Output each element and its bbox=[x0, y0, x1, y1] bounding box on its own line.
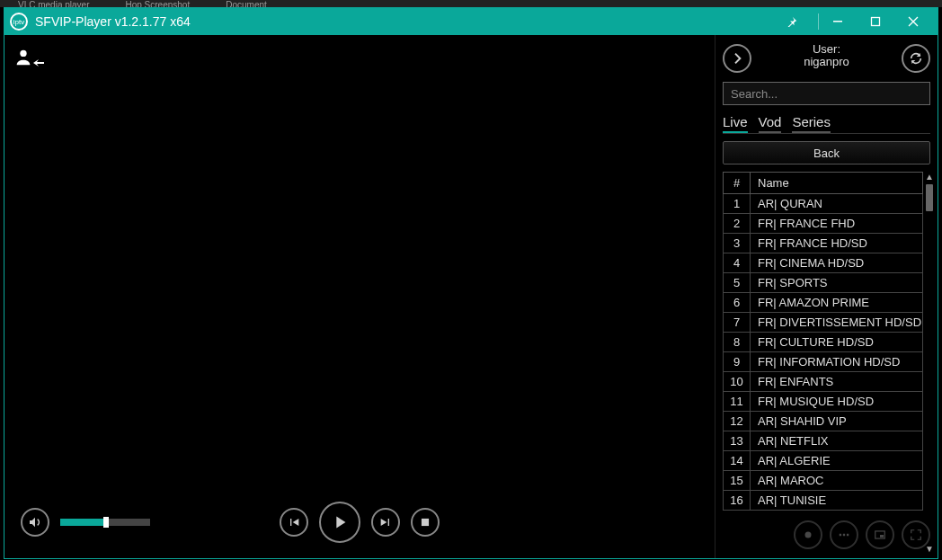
list-item[interactable]: 7FR| DIVERTISSEMENT HD/SD bbox=[723, 313, 923, 333]
skip-prev-icon bbox=[287, 515, 301, 529]
list-item[interactable]: 3FR| FRANCE HD/SD bbox=[723, 234, 923, 253]
app-window: iptv SFVIP-Player v1.2.1.77 x64 bbox=[4, 7, 938, 559]
row-name: FR| ENFANTS bbox=[751, 372, 922, 391]
tab-vod[interactable]: Vod bbox=[759, 114, 782, 133]
maximize-button[interactable] bbox=[857, 9, 894, 34]
row-name: FR| SPORTS bbox=[751, 273, 922, 292]
category-list: # Name 1AR| QURAN2FR| FRANCE FHD3FR| FRA… bbox=[723, 172, 923, 555]
row-number: 14 bbox=[724, 451, 751, 470]
stop-icon bbox=[419, 516, 431, 529]
fullscreen-icon bbox=[910, 529, 922, 541]
refresh-icon bbox=[909, 51, 923, 66]
row-name: FR| CULTURE HD/SD bbox=[751, 333, 922, 351]
row-number: 4 bbox=[724, 253, 751, 272]
user-icon bbox=[13, 48, 33, 67]
row-number: 3 bbox=[724, 234, 751, 253]
row-number: 5 bbox=[724, 273, 751, 292]
row-number: 6 bbox=[724, 293, 751, 312]
list-item[interactable]: 11FR| MUSIQUE HD/SD bbox=[723, 392, 923, 412]
volume-thumb[interactable] bbox=[103, 517, 109, 528]
list-item[interactable]: 1AR| QURAN bbox=[723, 194, 923, 214]
row-name: AR| SHAHID VIP bbox=[751, 412, 922, 431]
list-header: # Name bbox=[723, 172, 923, 194]
search-input[interactable] bbox=[723, 82, 930, 105]
tabs-underline bbox=[723, 133, 930, 134]
close-button[interactable] bbox=[894, 9, 932, 34]
svg-point-2 bbox=[20, 50, 26, 57]
list-item[interactable]: 8FR| CULTURE HD/SD bbox=[723, 333, 923, 352]
list-item[interactable]: 14AR| ALGERIE bbox=[723, 451, 923, 471]
row-number: 15 bbox=[724, 471, 751, 490]
os-taskbar: VLC media player Hop Screenshot Document bbox=[0, 0, 942, 7]
sidebar: User: niganpro Live Vod Series Back bbox=[715, 35, 938, 558]
row-number: 13 bbox=[724, 431, 751, 450]
tab-live[interactable]: Live bbox=[723, 114, 748, 133]
aspect-icon bbox=[838, 529, 850, 541]
minimize-button[interactable] bbox=[819, 9, 857, 34]
next-button[interactable] bbox=[371, 508, 400, 537]
row-number: 10 bbox=[724, 372, 751, 391]
player-controls bbox=[4, 495, 715, 549]
pip-button[interactable] bbox=[866, 520, 894, 549]
list-item[interactable]: 9FR| INFORMATION HD/SD bbox=[723, 352, 923, 372]
row-number: 2 bbox=[724, 214, 751, 233]
list-item[interactable]: 6FR| AMAZON PRIME bbox=[723, 293, 923, 313]
list-item[interactable]: 12AR| SHAHID VIP bbox=[723, 412, 923, 431]
svg-rect-3 bbox=[422, 519, 429, 526]
forward-nav-button[interactable] bbox=[723, 44, 751, 73]
row-number: 1 bbox=[724, 194, 751, 213]
volume-slider[interactable] bbox=[60, 519, 150, 526]
titlebar[interactable]: iptv SFVIP-Player v1.2.1.77 x64 bbox=[4, 8, 938, 35]
scrollbar[interactable]: ▲ ▼ bbox=[923, 172, 936, 555]
row-name: AR| NETFLIX bbox=[751, 431, 922, 450]
row-number: 16 bbox=[724, 491, 751, 510]
row-name: AR| TUNISIE bbox=[751, 491, 922, 510]
user-label: User: bbox=[751, 43, 902, 56]
row-name: FR| CINEMA HD/SD bbox=[751, 253, 922, 272]
row-name: FR| INFORMATION HD/SD bbox=[751, 352, 922, 371]
row-number: 8 bbox=[724, 333, 751, 351]
svg-rect-0 bbox=[833, 21, 842, 22]
list-item[interactable]: 5FR| SPORTS bbox=[723, 273, 923, 293]
stop-button[interactable] bbox=[411, 508, 440, 537]
chevron-right-icon bbox=[730, 51, 744, 66]
app-logo-icon: iptv bbox=[10, 13, 28, 31]
refresh-button[interactable] bbox=[902, 44, 930, 73]
record-button[interactable] bbox=[794, 520, 822, 549]
pin-button[interactable] bbox=[773, 9, 811, 34]
window-title: SFVIP-Player v1.2.1.77 x64 bbox=[35, 14, 773, 29]
list-item[interactable]: 16AR| TUNISIE bbox=[723, 491, 923, 511]
row-name: FR| MUSIQUE HD/SD bbox=[751, 392, 922, 411]
user-info: User: niganpro bbox=[751, 43, 902, 74]
volume-button[interactable] bbox=[21, 508, 49, 537]
svg-rect-6 bbox=[880, 535, 884, 538]
fullscreen-button[interactable] bbox=[902, 520, 930, 549]
row-name: AR| MAROC bbox=[751, 471, 922, 490]
back-button[interactable]: Back bbox=[723, 141, 930, 164]
play-button[interactable] bbox=[319, 502, 360, 543]
scroll-thumb[interactable] bbox=[926, 184, 933, 211]
row-name: FR| DIVERTISSEMENT HD/SD bbox=[751, 313, 922, 332]
row-number: 7 bbox=[724, 313, 751, 332]
switch-user-button[interactable] bbox=[13, 48, 44, 67]
tab-series[interactable]: Series bbox=[792, 114, 831, 133]
record-icon bbox=[802, 529, 814, 541]
scroll-up-icon[interactable]: ▲ bbox=[923, 172, 936, 182]
speaker-icon bbox=[28, 515, 42, 529]
list-item[interactable]: 15AR| MAROC bbox=[723, 471, 923, 491]
list-item[interactable]: 13AR| NETFLIX bbox=[723, 431, 923, 451]
arrow-left-icon bbox=[33, 58, 44, 67]
aspect-button[interactable] bbox=[830, 520, 858, 549]
header-name[interactable]: Name bbox=[751, 173, 922, 193]
header-num[interactable]: # bbox=[724, 173, 751, 193]
list-item[interactable]: 10FR| ENFANTS bbox=[723, 372, 923, 392]
extra-controls bbox=[794, 520, 930, 549]
row-number: 11 bbox=[724, 392, 751, 411]
previous-button[interactable] bbox=[280, 508, 308, 537]
search-box bbox=[723, 82, 930, 105]
video-viewport[interactable] bbox=[4, 35, 715, 558]
row-number: 9 bbox=[724, 352, 751, 371]
content-tabs: Live Vod Series bbox=[715, 111, 938, 133]
list-item[interactable]: 2FR| FRANCE FHD bbox=[723, 214, 923, 234]
list-item[interactable]: 4FR| CINEMA HD/SD bbox=[723, 253, 923, 273]
